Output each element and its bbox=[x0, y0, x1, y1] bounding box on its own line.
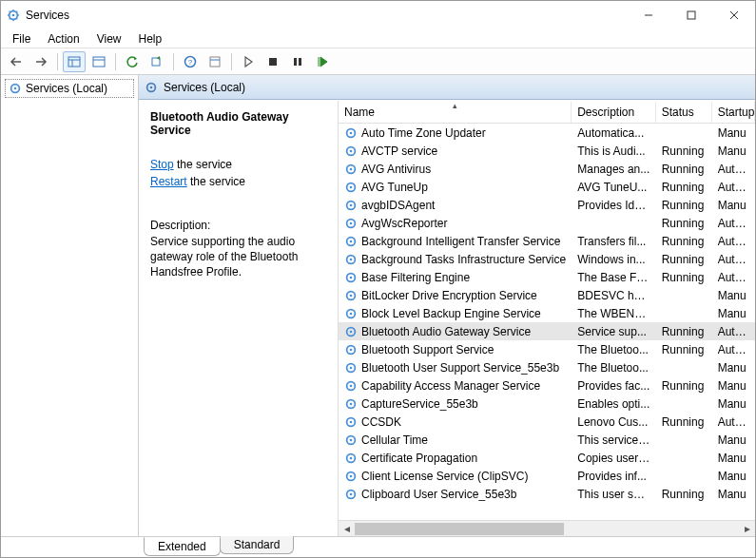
scroll-left-button[interactable]: ◂ bbox=[339, 521, 355, 537]
service-name-text: Bluetooth Support Service bbox=[361, 343, 494, 356]
column-header-startup[interactable]: Startup bbox=[712, 102, 755, 123]
horizontal-scrollbar[interactable]: ◂ ▸ bbox=[339, 520, 755, 536]
nav-pane: Services (Local) bbox=[1, 75, 139, 536]
svg-point-1 bbox=[12, 14, 15, 17]
cell-name: Bluetooth User Support Service_55e3b bbox=[339, 361, 572, 375]
show-hide-console-tree-button[interactable] bbox=[63, 51, 86, 72]
service-name-text: AvgWscReporter bbox=[361, 217, 447, 230]
pause-service-button[interactable] bbox=[286, 51, 309, 72]
cell-name: BitLocker Drive Encryption Service bbox=[339, 289, 572, 302]
cell-startup: Manu bbox=[712, 452, 755, 465]
service-row[interactable]: BitLocker Drive Encryption ServiceBDESVC… bbox=[339, 286, 755, 304]
service-row[interactable]: CaptureService_55e3bEnables opti...Manu bbox=[339, 394, 755, 413]
cell-status: Running bbox=[656, 379, 712, 393]
cell-description: Enables opti... bbox=[572, 397, 655, 411]
details-pane-button[interactable] bbox=[87, 51, 110, 72]
gear-icon bbox=[344, 325, 358, 338]
cell-status: Running bbox=[656, 253, 712, 266]
svg-point-42 bbox=[350, 221, 353, 224]
toolbar-separator bbox=[231, 53, 232, 70]
cell-description: Windows in... bbox=[572, 253, 655, 266]
minimize-button[interactable] bbox=[627, 1, 669, 29]
menu-file[interactable]: File bbox=[5, 30, 38, 48]
svg-point-66 bbox=[350, 438, 353, 441]
refresh-button[interactable] bbox=[121, 51, 144, 72]
service-row[interactable]: avgbIDSAgentProvides Ide...RunningManu bbox=[339, 196, 755, 214]
svg-point-64 bbox=[350, 420, 353, 423]
cell-description: The WBENG... bbox=[572, 307, 655, 320]
close-button[interactable] bbox=[712, 1, 755, 29]
cell-startup: Manu bbox=[712, 361, 755, 375]
body: Services (Local) Services (Local) Blueto… bbox=[1, 75, 755, 536]
svg-point-30 bbox=[150, 86, 153, 88]
service-row[interactable]: Auto Time Zone UpdaterAutomatica...Manu bbox=[339, 124, 755, 142]
list-rows[interactable]: Auto Time Zone UpdaterAutomatica...ManuA… bbox=[339, 124, 755, 520]
service-row[interactable]: Background Intelligent Transfer ServiceT… bbox=[339, 232, 755, 250]
restart-link[interactable]: Restart bbox=[150, 175, 187, 188]
cell-startup: Autom bbox=[712, 235, 755, 248]
service-row[interactable]: Block Level Backup Engine ServiceThe WBE… bbox=[339, 304, 755, 322]
column-header-name[interactable]: ▴ Name bbox=[339, 102, 572, 123]
scroll-thumb[interactable] bbox=[355, 523, 564, 535]
help-button[interactable]: ? bbox=[179, 51, 202, 72]
service-row[interactable]: Bluetooth User Support Service_55e3bThe … bbox=[339, 358, 755, 376]
gear-icon bbox=[344, 126, 358, 140]
window-title: Services bbox=[26, 9, 69, 22]
start-service-button[interactable] bbox=[237, 51, 260, 72]
cell-name: Auto Time Zone Updater bbox=[339, 126, 572, 140]
menu-help[interactable]: Help bbox=[131, 30, 170, 48]
nav-back-button[interactable] bbox=[5, 51, 28, 72]
restart-service-button[interactable] bbox=[311, 51, 334, 72]
service-row[interactable]: Client License Service (ClipSVC)Provides… bbox=[339, 467, 755, 485]
menu-action[interactable]: Action bbox=[40, 30, 87, 48]
cell-name: Bluetooth Support Service bbox=[339, 343, 572, 356]
nav-forward-button[interactable] bbox=[29, 51, 52, 72]
service-row[interactable]: AVG TuneUpAVG TuneU...RunningAutom bbox=[339, 178, 755, 196]
service-row[interactable]: Bluetooth Support ServiceThe Bluetoo...R… bbox=[339, 340, 755, 358]
service-name-text: CaptureService_55e3b bbox=[361, 397, 478, 411]
properties-button[interactable] bbox=[204, 51, 226, 72]
cell-name: AVCTP service bbox=[339, 144, 572, 158]
cell-name: Base Filtering Engine bbox=[339, 271, 572, 284]
service-row[interactable]: Background Tasks Infrastructure ServiceW… bbox=[339, 250, 755, 268]
svg-line-9 bbox=[16, 11, 17, 12]
service-row[interactable]: Cellular TimeThis service ...Manu bbox=[339, 431, 755, 449]
nav-item-services-local[interactable]: Services (Local) bbox=[5, 79, 134, 98]
svg-point-72 bbox=[350, 492, 353, 495]
stop-service-button[interactable] bbox=[262, 51, 284, 72]
service-row[interactable]: Capability Access Manager ServiceProvide… bbox=[339, 376, 755, 394]
scroll-right-button[interactable]: ▸ bbox=[739, 521, 755, 537]
maximize-button[interactable] bbox=[669, 1, 712, 29]
service-name-text: Auto Time Zone Updater bbox=[361, 126, 486, 140]
tab-standard[interactable]: Standard bbox=[220, 536, 295, 554]
tab-extended[interactable]: Extended bbox=[144, 537, 221, 556]
service-row[interactable]: Certificate PropagationCopies user ...Ma… bbox=[339, 449, 755, 467]
export-list-button[interactable] bbox=[145, 51, 168, 72]
cell-name: Capability Access Manager Service bbox=[339, 379, 572, 393]
cell-startup: Autom bbox=[712, 343, 755, 356]
service-row[interactable]: CCSDKLenovo Cus...RunningAutom bbox=[339, 413, 755, 431]
column-header-description[interactable]: Description bbox=[572, 102, 655, 123]
svg-rect-17 bbox=[93, 57, 105, 67]
cell-description: The Base Fil... bbox=[572, 271, 655, 284]
service-name-text: avgbIDSAgent bbox=[361, 199, 435, 212]
service-row[interactable]: Base Filtering EngineThe Base Fil...Runn… bbox=[339, 268, 755, 286]
gear-icon bbox=[344, 397, 358, 411]
svg-text:?: ? bbox=[188, 58, 193, 67]
svg-rect-25 bbox=[294, 58, 297, 66]
service-row[interactable]: AvgWscReporterRunningAutom bbox=[339, 214, 755, 232]
gear-icon bbox=[145, 81, 158, 94]
menu-view[interactable]: View bbox=[89, 30, 129, 48]
main-pane: Services (Local) Bluetooth Audio Gateway… bbox=[139, 75, 755, 536]
service-row[interactable]: Clipboard User Service_55e3bThis user se… bbox=[339, 485, 755, 503]
cell-description: AVG TuneU... bbox=[572, 181, 655, 194]
svg-point-32 bbox=[350, 131, 353, 134]
service-row[interactable]: Bluetooth Audio Gateway ServiceService s… bbox=[339, 322, 755, 340]
menubar: File Action View Help bbox=[1, 29, 755, 48]
column-header-status[interactable]: Status bbox=[656, 102, 712, 123]
service-row[interactable]: AVG AntivirusManages an...RunningAutom bbox=[339, 160, 755, 178]
service-row[interactable]: AVCTP serviceThis is Audi...RunningManu bbox=[339, 142, 755, 160]
gear-icon bbox=[344, 452, 358, 465]
stop-link[interactable]: Stop bbox=[150, 158, 174, 171]
scroll-track[interactable] bbox=[355, 521, 739, 537]
